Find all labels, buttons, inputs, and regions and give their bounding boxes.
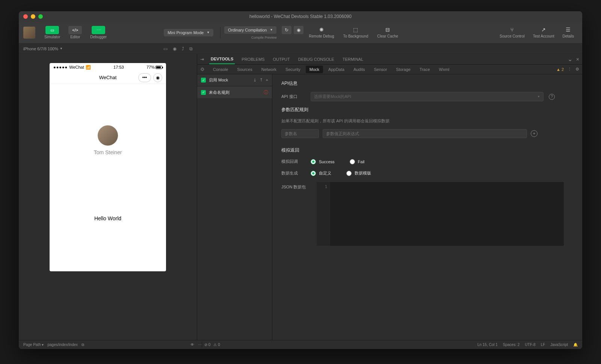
tab-devtools[interactable]: DEVTOOLS	[209, 57, 235, 64]
datagen-label: 数据生成	[281, 170, 305, 176]
tab-problems[interactable]: PROBLEMS	[240, 57, 266, 62]
import-icon[interactable]: ⤓	[253, 78, 257, 83]
compile-preview-label: Compile Preview	[251, 36, 277, 39]
user-avatar[interactable]	[23, 27, 35, 39]
indent-setting[interactable]: Spaces: 2	[503, 343, 519, 347]
enable-mock-checkbox[interactable]: ✓	[201, 78, 206, 83]
caret-down-icon: ▼	[270, 28, 273, 32]
device-selector[interactable]: iPhone 6/7/8 100% ▼	[23, 47, 63, 51]
warnings-count[interactable]: ⚠ 0	[213, 343, 220, 347]
subtab-sources[interactable]: Sources	[233, 66, 256, 73]
export-icon[interactable]: ⤒	[260, 78, 263, 83]
callback-fail-option[interactable]: Fail	[350, 159, 365, 164]
subtab-console[interactable]: Console	[209, 66, 232, 73]
more-icon[interactable]: ⋮	[568, 67, 572, 72]
language-mode[interactable]: JavaScript	[550, 343, 568, 347]
layers-icon[interactable]: ⧉	[189, 46, 193, 51]
subtab-sensor[interactable]: Sensor	[370, 66, 391, 73]
remote-debug-button[interactable]: ✺ Remote Debug	[305, 27, 338, 38]
subtab-appdata[interactable]: AppData	[325, 66, 348, 73]
chevron-down-icon[interactable]: ⌄	[568, 56, 572, 63]
source-control-button[interactable]: ⑂ Source Control	[496, 27, 529, 38]
preview-button[interactable]: ◉	[294, 26, 304, 34]
clear-cache-button[interactable]: ⊟ Clear Cache	[373, 27, 402, 38]
share-icon: ↗	[541, 27, 546, 33]
param-value-input[interactable]	[323, 129, 527, 138]
user-avatar-image	[98, 125, 118, 146]
cursor-position[interactable]: Ln 15, Col 1	[477, 343, 498, 347]
add-param-button[interactable]: +	[531, 130, 538, 137]
json-label: JSON 数据包	[281, 182, 311, 190]
device-icon[interactable]: ▭	[163, 46, 168, 51]
mock-sidebar: ✓ 启用 Mock ⤓ ⤒ + ✓ 未命名规则 ⓘ	[197, 74, 272, 340]
api-select[interactable]: 选择需要Mock的API ▼	[311, 92, 544, 101]
phone-menu-button[interactable]: •••	[138, 73, 151, 82]
subtab-storage[interactable]: Storage	[392, 66, 414, 73]
window-maximize-button[interactable]	[38, 14, 43, 19]
help-icon[interactable]: ?	[549, 94, 555, 100]
compilation-dropdown[interactable]: Ordinary Compilation ▼	[224, 26, 276, 34]
compile-button[interactable]: ↻	[282, 26, 291, 34]
warning-badge[interactable]: ▲ 2	[556, 67, 564, 72]
tab-terminal[interactable]: TERMINAL	[341, 57, 365, 62]
phone-simulator: ●●●●● WeChat 📶 17:53 77% WeChat ••• ◉	[50, 63, 166, 271]
mock-rule-item[interactable]: ✓ 未命名规则 ⓘ	[197, 86, 272, 98]
simulator-pane: ●●●●● WeChat 📶 17:53 77% WeChat ••• ◉	[19, 54, 197, 340]
simulator-button[interactable]: ▭ Simulator	[41, 24, 63, 41]
editor-button[interactable]: </> Editor	[65, 24, 85, 41]
tab-debug-console[interactable]: DEBUG CONSOLE	[297, 57, 336, 62]
share-icon[interactable]: ⤴	[182, 46, 184, 51]
window-close-button[interactable]	[23, 14, 28, 19]
devtools-main-tabs: ⇥ DEVTOOLS PROBLEMS OUTPUT DEBUG CONSOLE…	[197, 54, 582, 65]
subtab-audits[interactable]: Audits	[350, 66, 369, 73]
subtab-trace[interactable]: Trace	[416, 66, 434, 73]
username-label: Tom Steiner	[94, 149, 122, 155]
window-minimize-button[interactable]	[31, 14, 35, 19]
details-button[interactable]: ☰ Details	[559, 27, 578, 38]
radio-checked-icon	[311, 159, 316, 164]
eol[interactable]: LF	[541, 343, 545, 347]
copy-icon[interactable]: ⧉	[82, 343, 84, 347]
cache-icon: ⊟	[385, 27, 390, 33]
inspect-icon[interactable]: ⯐	[200, 67, 205, 72]
tab-output[interactable]: OUTPUT	[271, 57, 291, 62]
datagen-template-option[interactable]: 数据模版	[346, 170, 371, 176]
json-editor[interactable]: 1	[317, 182, 564, 246]
datagen-custom-option[interactable]: 自定义	[311, 170, 331, 176]
panel-toggle-icon[interactable]: ⇥	[200, 57, 204, 62]
signal-icon: ●●●●●	[53, 65, 68, 69]
close-panel-icon[interactable]: ×	[576, 56, 579, 62]
more-icon[interactable]: ⋯	[198, 343, 202, 347]
add-rule-icon[interactable]: +	[266, 78, 268, 83]
page-path-label[interactable]: Page Path ▾	[23, 343, 44, 347]
phone-status-bar: ●●●●● WeChat 📶 17:53 77%	[50, 63, 166, 71]
to-background-button[interactable]: ⬚ To Background	[340, 27, 372, 38]
subtab-security[interactable]: Security	[282, 66, 304, 73]
debugger-button[interactable]: ⋯ Debugger	[87, 24, 110, 41]
encoding[interactable]: UTF-8	[525, 343, 535, 347]
errors-count[interactable]: ⊘ 0	[204, 343, 210, 347]
param-name-input[interactable]	[281, 129, 319, 138]
record-icon[interactable]: ◉	[173, 46, 177, 51]
json-editor-body[interactable]	[330, 182, 564, 246]
enable-mock-label: 启用 Mock	[209, 77, 253, 83]
test-account-button[interactable]: ↗ Test Account	[529, 27, 558, 38]
eye-icon[interactable]: 👁	[190, 343, 194, 347]
settings-icon[interactable]: ⚙	[575, 67, 579, 72]
titlebar: helloworld - WeChat Devtools Stable 1.03…	[19, 11, 582, 22]
subtab-network[interactable]: Network	[258, 66, 280, 73]
program-mode-dropdown[interactable]: Mini Program Mode ▼	[164, 29, 213, 36]
devtools-subtabs: ⯐ Console Sources Network Security Mock …	[197, 65, 582, 74]
notifications-icon[interactable]: 🔔	[573, 343, 578, 347]
caret-down-icon: ▼	[207, 31, 210, 34]
subtab-mock[interactable]: Mock	[306, 66, 323, 73]
page-path-value[interactable]: pages/index/index	[48, 343, 78, 347]
rule-enabled-checkbox[interactable]: ✓	[201, 90, 206, 95]
return-title: 模拟返回	[281, 147, 573, 153]
callback-success-option[interactable]: Success	[311, 159, 335, 164]
api-field-label: API 接口	[281, 94, 305, 99]
caret-down-icon: ▼	[537, 95, 540, 98]
editor-label: Editor	[70, 35, 80, 39]
phone-close-button[interactable]: ◉	[153, 73, 162, 82]
subtab-wxml[interactable]: Wxml	[435, 66, 453, 73]
